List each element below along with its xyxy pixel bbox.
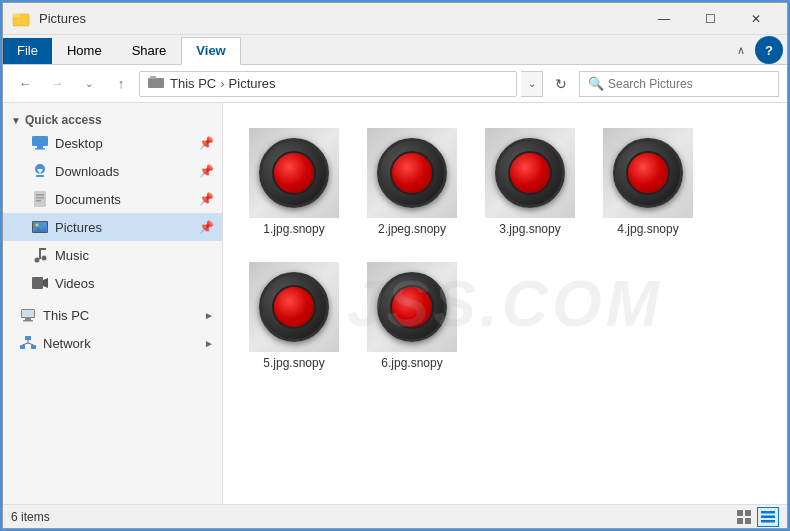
file-item[interactable]: 1.jpg.snopy [239, 119, 349, 245]
title-bar: Pictures — ☐ ✕ [3, 3, 787, 35]
svg-rect-22 [32, 277, 43, 289]
file-item[interactable]: 3.jpg.snopy [475, 119, 585, 245]
file-thumbnail [249, 262, 339, 352]
ribbon-collapse-button[interactable]: ∧ [727, 36, 755, 64]
search-input[interactable] [608, 77, 770, 91]
record-button-inner [390, 151, 434, 195]
network-icon [19, 334, 37, 352]
tab-view[interactable]: View [181, 37, 240, 65]
details-view-button[interactable] [757, 507, 779, 527]
thispc-arrow: ► [204, 310, 214, 321]
downloads-label: Downloads [55, 164, 195, 179]
refresh-button[interactable]: ↻ [547, 70, 575, 98]
documents-icon [31, 190, 49, 208]
network-label: Network [43, 336, 204, 351]
svg-rect-37 [745, 518, 751, 524]
svg-rect-4 [32, 136, 48, 146]
window-controls: — ☐ ✕ [641, 3, 779, 35]
window-title: Pictures [39, 11, 641, 26]
file-name: 3.jpg.snopy [499, 222, 560, 236]
minimize-button[interactable]: — [641, 3, 687, 35]
file-item[interactable]: 6.jpg.snopy [357, 253, 467, 379]
explorer-window: Pictures — ☐ ✕ File Home Share View ∧ ? … [2, 2, 788, 529]
svg-marker-23 [43, 278, 48, 288]
up-button[interactable]: ↑ [107, 70, 135, 98]
file-thumbnail [249, 128, 339, 218]
path-pictures: Pictures [229, 76, 276, 91]
sidebar-item-thispc[interactable]: This PC ► [3, 301, 222, 329]
svg-line-32 [23, 343, 29, 345]
tab-home[interactable]: Home [52, 37, 117, 65]
ribbon-expand: ∧ ? [727, 36, 787, 64]
status-bar: 6 items [3, 504, 787, 528]
record-icon [377, 138, 447, 208]
large-icons-view-button[interactable] [733, 507, 755, 527]
tab-file[interactable]: File [3, 38, 52, 64]
quick-access-header[interactable]: ▼ Quick access [3, 107, 222, 129]
recent-locations-button[interactable]: ⌄ [75, 70, 103, 98]
svg-rect-26 [25, 318, 31, 320]
record-button-inner [390, 285, 434, 329]
close-button[interactable]: ✕ [733, 3, 779, 35]
file-name: 6.jpg.snopy [381, 356, 442, 370]
file-item[interactable]: 5.jpg.snopy [239, 253, 349, 379]
desktop-pin: 📌 [199, 136, 214, 150]
file-name: 4.jpg.snopy [617, 222, 678, 236]
view-buttons [733, 507, 779, 527]
back-button[interactable]: ← [11, 70, 39, 98]
record-icon [495, 138, 565, 208]
file-thumbnail [485, 128, 575, 218]
sidebar: ▼ Quick access Desktop 📌 [3, 103, 223, 504]
file-thumbnail [603, 128, 693, 218]
main-area: ▼ Quick access Desktop 📌 [3, 103, 787, 504]
sidebar-item-documents[interactable]: Documents 📌 [3, 185, 222, 213]
file-name: 1.jpg.snopy [263, 222, 324, 236]
file-item[interactable]: 2.jpeg.snopy [357, 119, 467, 245]
record-button-inner [272, 151, 316, 195]
downloads-icon [31, 162, 49, 180]
sidebar-item-downloads[interactable]: Downloads 📌 [3, 157, 222, 185]
address-bar: ← → ⌄ ↑ This PC › Pictures ⌄ ↻ 🔍 [3, 65, 787, 103]
pictures-label: Pictures [55, 220, 195, 235]
svg-rect-29 [20, 345, 25, 349]
svg-rect-28 [25, 336, 31, 340]
file-item[interactable]: 4.jpg.snopy [593, 119, 703, 245]
maximize-button[interactable]: ☐ [687, 3, 733, 35]
music-label: Music [55, 248, 214, 263]
svg-rect-6 [35, 148, 45, 150]
sidebar-item-network[interactable]: Network ► [3, 329, 222, 357]
record-button-inner [272, 285, 316, 329]
svg-rect-35 [745, 510, 751, 516]
svg-line-33 [28, 343, 34, 345]
path-thispc: This PC [170, 76, 216, 91]
search-box: 🔍 [579, 71, 779, 97]
desktop-label: Desktop [55, 136, 195, 151]
tab-share[interactable]: Share [117, 37, 182, 65]
pictures-icon [31, 218, 49, 236]
music-icon [31, 246, 49, 264]
sidebar-item-pictures[interactable]: Pictures 📌 [3, 213, 222, 241]
svg-point-18 [35, 258, 40, 263]
file-name: 5.jpg.snopy [263, 356, 324, 370]
forward-button[interactable]: → [43, 70, 71, 98]
sidebar-item-desktop[interactable]: Desktop 📌 [3, 129, 222, 157]
address-dropdown-button[interactable]: ⌄ [521, 71, 543, 97]
files-grid: 1.jpg.snopy 2.jpeg.snopy 3.jpg.snopy 4.j… [239, 119, 771, 379]
svg-rect-38 [761, 511, 775, 514]
record-icon [259, 138, 329, 208]
svg-rect-25 [22, 310, 34, 317]
window-icon [11, 9, 31, 29]
record-icon [613, 138, 683, 208]
sidebar-item-videos[interactable]: Videos [3, 269, 222, 297]
help-button[interactable]: ? [755, 36, 783, 64]
svg-rect-34 [737, 510, 743, 516]
path-icon [148, 75, 164, 92]
svg-rect-9 [36, 175, 44, 177]
svg-rect-30 [31, 345, 36, 349]
address-path[interactable]: This PC › Pictures [139, 71, 517, 97]
sidebar-item-music[interactable]: Music [3, 241, 222, 269]
file-thumbnail [367, 128, 457, 218]
record-button-inner [626, 151, 670, 195]
content-area: JSS.COM 1.jpg.snopy 2.jpeg.snopy 3.jpg.s… [223, 103, 787, 504]
documents-pin: 📌 [199, 192, 214, 206]
